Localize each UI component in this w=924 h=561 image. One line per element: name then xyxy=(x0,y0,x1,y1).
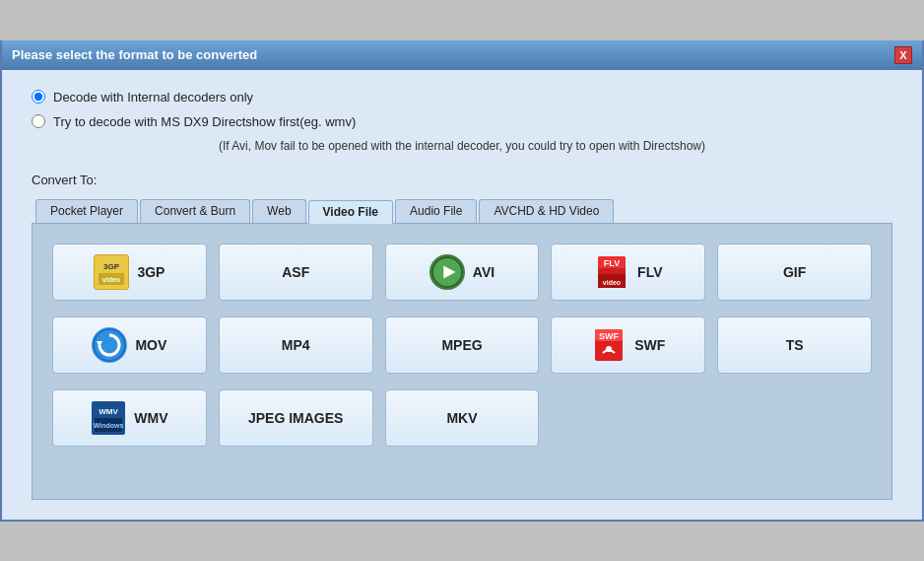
format-label-mpeg: MPEG xyxy=(441,337,482,353)
format-btn-mp4[interactable]: MP4 xyxy=(219,316,373,374)
format-btn-mov[interactable]: MOV xyxy=(52,316,207,374)
format-btn-ts[interactable]: TS xyxy=(717,316,872,374)
format-btn-mpeg[interactable]: MPEG xyxy=(385,316,540,374)
title-bar: Please select the format to be converted… xyxy=(2,40,922,70)
format-icon-mov xyxy=(92,327,127,363)
format-btn-swf[interactable]: SWF SWF xyxy=(551,316,705,374)
tab-panel-video-file: 3GP video 3GP ASF xyxy=(32,224,892,500)
format-label-swf: SWF xyxy=(634,337,665,353)
format-label-jpeg-images: JPEG IMAGES xyxy=(248,410,343,426)
format-icon-3gp: 3GP video xyxy=(94,254,129,290)
format-label-wmv: WMV xyxy=(134,410,167,426)
format-icon-flv: FLV video xyxy=(594,254,629,290)
svg-text:3GP: 3GP xyxy=(103,262,120,271)
info-text: (If Avi, Mov fail to be opened with the … xyxy=(61,139,863,153)
svg-text:video: video xyxy=(102,276,120,283)
flv-svg: FLV video xyxy=(594,254,629,290)
svg-text:SWF: SWF xyxy=(599,331,619,341)
tab-video-file[interactable]: Video File xyxy=(308,200,393,224)
tab-pocket-player[interactable]: Pocket Player xyxy=(35,199,138,223)
svg-text:video: video xyxy=(603,279,621,286)
format-icon-avi xyxy=(429,254,465,290)
format-label-gif: GIF xyxy=(783,264,806,280)
wmv-svg: WMV Windows xyxy=(91,400,126,436)
format-btn-asf[interactable]: ASF xyxy=(219,244,373,301)
format-icon-swf: SWF xyxy=(591,327,627,363)
3gp-svg: 3GP video xyxy=(95,255,128,289)
format-label-mov: MOV xyxy=(135,337,166,353)
format-btn-flv[interactable]: FLV video FLV xyxy=(551,244,705,301)
radio-internal-label: Decode with Internal decoders only xyxy=(53,90,253,105)
svg-point-16 xyxy=(606,346,612,352)
format-btn-wmv[interactable]: WMV Windows WMV xyxy=(52,389,207,447)
format-btn-avi[interactable]: AVI xyxy=(385,244,540,301)
format-icon-wmv: WMV Windows xyxy=(91,400,126,436)
tab-audio-file[interactable]: Audio File xyxy=(395,199,477,223)
radio-group: Decode with Internal decoders only Try t… xyxy=(32,90,892,129)
dialog: Please select the format to be converted… xyxy=(0,40,924,522)
format-btn-3gp[interactable]: 3GP video 3GP xyxy=(52,244,207,301)
mov-svg xyxy=(92,327,127,363)
format-label-asf: ASF xyxy=(282,264,309,280)
format-grid: 3GP video 3GP ASF xyxy=(52,244,872,447)
convert-to-label: Convert To: xyxy=(32,173,892,187)
format-btn-jpeg-images[interactable]: JPEG IMAGES xyxy=(219,389,373,447)
radio-item-2: Try to decode with MS DX9 Directshow fir… xyxy=(32,114,892,129)
radio-directshow[interactable] xyxy=(32,114,45,128)
tab-avchd-hd[interactable]: AVCHD & HD Video xyxy=(479,199,614,223)
tab-convert-burn[interactable]: Convert & Burn xyxy=(140,199,250,223)
tabs-bar: Pocket Player Convert & Burn Web Video F… xyxy=(32,195,892,224)
svg-text:Windows: Windows xyxy=(94,422,124,429)
radio-item-1: Decode with Internal decoders only xyxy=(32,90,892,105)
svg-text:FLV: FLV xyxy=(604,258,620,268)
format-label-ts: TS xyxy=(786,337,804,353)
avi-svg xyxy=(431,255,463,289)
format-label-mkv: MKV xyxy=(446,410,477,426)
svg-text:WMV: WMV xyxy=(99,407,119,416)
tab-web[interactable]: Web xyxy=(252,199,305,223)
format-btn-gif[interactable]: GIF xyxy=(717,244,872,301)
dialog-title: Please select the format to be converted xyxy=(12,47,257,62)
format-label-3gp: 3GP xyxy=(137,264,165,280)
format-label-avi: AVI xyxy=(473,264,495,280)
radio-internal[interactable] xyxy=(32,90,45,104)
format-btn-mkv[interactable]: MKV xyxy=(385,389,540,447)
swf-svg: SWF xyxy=(591,327,627,363)
format-label-mp4: MP4 xyxy=(282,337,310,353)
tabs-container: Pocket Player Convert & Burn Web Video F… xyxy=(32,195,892,500)
format-label-flv: FLV xyxy=(637,264,662,280)
radio-directshow-label: Try to decode with MS DX9 Directshow fir… xyxy=(53,114,356,129)
dialog-content: Decode with Internal decoders only Try t… xyxy=(2,70,922,520)
close-button[interactable]: X xyxy=(894,46,912,64)
